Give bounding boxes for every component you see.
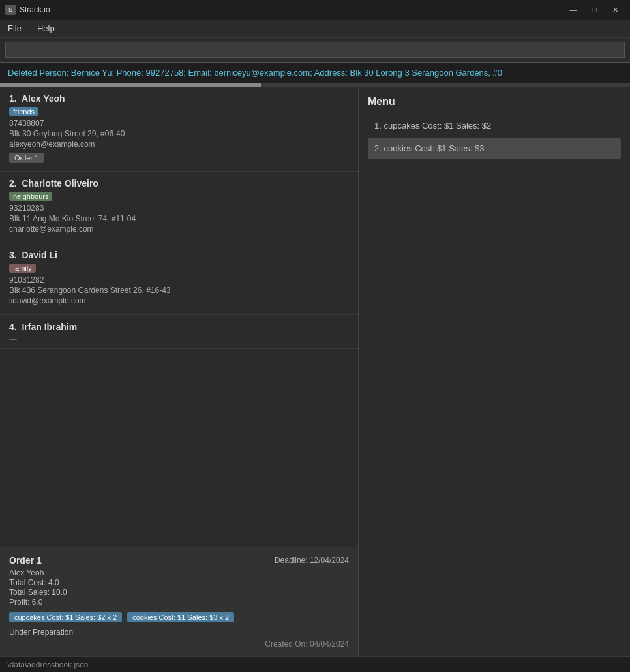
- contact-card-4[interactable]: 4. Irfan Ibrahim: [0, 315, 358, 349]
- menu-bar: File Help: [0, 20, 630, 38]
- status-bar: .\data\addressbook.json: [0, 656, 630, 672]
- right-panel: Menu 1. cupcakes Cost: $1 Sales: $2 2. c…: [359, 87, 630, 656]
- contact-card-3[interactable]: 3. David Li family 91031282 Blk 436 Sera…: [0, 243, 358, 315]
- contact-email-1: alexyeoh@example.com: [9, 140, 349, 149]
- title-bar: S Strack.io — □ ✕: [0, 0, 630, 20]
- contact-tag-2: neighbours: [9, 192, 52, 201]
- close-button[interactable]: ✕: [605, 3, 625, 17]
- order-profit: Profit: 6.0: [9, 598, 349, 607]
- order-created: Created On: 04/04/2024: [9, 639, 349, 649]
- order-detail-header: Order 1 Deadline: 12/04/2024: [9, 555, 349, 566]
- main-content: 1. Alex Yeoh friends 87438807 Blk 30 Gey…: [0, 87, 630, 656]
- search-bar: [0, 38, 630, 63]
- contact-address-3: Blk 436 Serangoon Gardens Street 26, #16…: [9, 286, 349, 295]
- order-deadline: Deadline: 12/04/2024: [275, 556, 349, 565]
- window-controls: — □ ✕: [563, 3, 625, 17]
- contact-phone-3: 91031282: [9, 275, 349, 284]
- deleted-banner: Deleted Person: Bernice Yu; Phone: 99272…: [0, 63, 630, 83]
- contact-tag-3: family: [9, 264, 36, 273]
- contact-card-2[interactable]: 2. Charlotte Oliveiro neighbours 9321028…: [0, 172, 358, 243]
- contact-phone-2: 93210283: [9, 204, 349, 213]
- menu-help[interactable]: Help: [35, 22, 57, 35]
- app-icon: S: [5, 5, 16, 15]
- contact-name-4: 4. Irfan Ibrahim: [9, 322, 349, 332]
- order-items-row: cupcakes Cost: $1 Sales: $2 x 2 cookies …: [9, 612, 349, 622]
- contact-email-2: charlotte@example.com: [9, 224, 349, 234]
- order-badge-1[interactable]: Order 1: [9, 153, 44, 163]
- minimize-button[interactable]: —: [563, 3, 583, 17]
- order-total-cost: Total Cost: 4.0: [9, 578, 349, 587]
- deleted-banner-text: Deleted Person: Bernice Yu; Phone: 99272…: [8, 68, 502, 78]
- menu-file[interactable]: File: [5, 22, 24, 35]
- left-panel: 1. Alex Yeoh friends 87438807 Blk 30 Gey…: [0, 87, 359, 656]
- contact-name-3: 3. David Li: [9, 250, 349, 260]
- contact-card-1[interactable]: 1. Alex Yeoh friends 87438807 Blk 30 Gey…: [0, 87, 358, 172]
- title-text: Strack.io: [20, 5, 50, 14]
- search-input[interactable]: [5, 42, 625, 58]
- order-total-sales: Total Sales: 10.0: [9, 588, 349, 597]
- order-status: Under Preparation: [9, 628, 349, 637]
- contact-email-3: lidavid@example.com: [9, 296, 349, 305]
- contact-tag-1: friends: [9, 107, 38, 116]
- contact-name-2: 2. Charlotte Oliveiro: [9, 178, 349, 189]
- status-text: .\data\addressbook.json: [5, 660, 88, 669]
- order-item-1[interactable]: cupcakes Cost: $1 Sales: $2 x 2: [9, 612, 122, 622]
- order-item-2[interactable]: cookies Cost: $1 Sales: $3 x 2: [127, 612, 234, 622]
- contact-phone-1: 87438807: [9, 119, 349, 128]
- contact-address-1: Blk 30 Geylang Street 29, #06-40: [9, 129, 349, 138]
- order-detail-panel: Order 1 Deadline: 12/04/2024 Alex Yeoh T…: [0, 547, 358, 656]
- order-title: Order 1: [9, 555, 42, 566]
- order-person: Alex Yeoh: [9, 568, 349, 577]
- menu-product-2[interactable]: 2. cookies Cost: $1 Sales: $3: [368, 138, 621, 159]
- title-bar-left: S Strack.io: [5, 5, 50, 15]
- contact-tag-4: [9, 339, 17, 340]
- maximize-button[interactable]: □: [584, 3, 604, 17]
- contact-name-1: 1. Alex Yeoh: [9, 93, 349, 104]
- menu-title: Menu: [368, 96, 621, 108]
- contacts-list[interactable]: 1. Alex Yeoh friends 87438807 Blk 30 Gey…: [0, 87, 358, 547]
- contact-address-2: Blk 11 Ang Mo Kio Street 74, #11-04: [9, 214, 349, 223]
- menu-product-1[interactable]: 1. cupcakes Cost: $1 Sales: $2: [368, 115, 621, 136]
